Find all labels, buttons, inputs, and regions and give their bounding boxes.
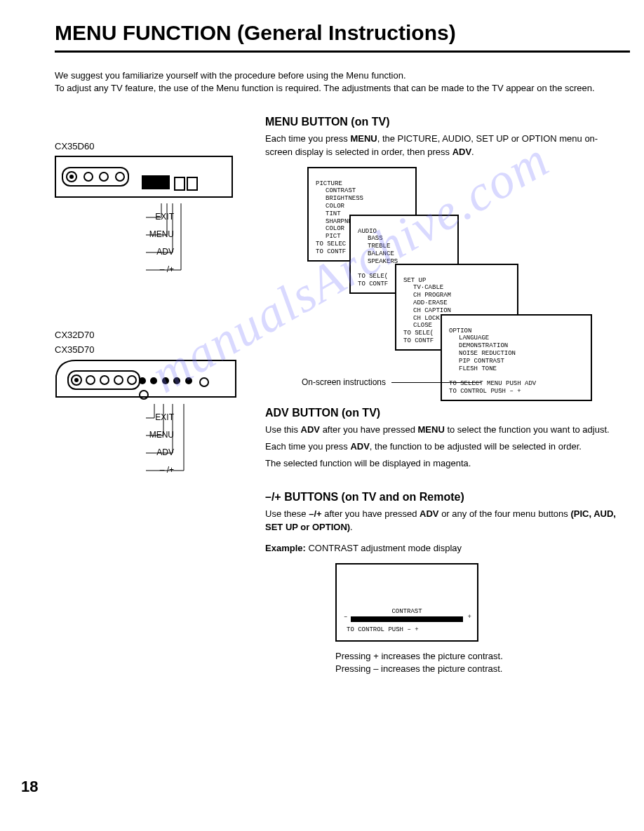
para-adv-2: Each time you press ADV, the function to… bbox=[265, 440, 623, 453]
contrast-display: CONTRAST – + TO CONTROL PUSH – + bbox=[335, 563, 478, 642]
title-rule bbox=[55, 50, 630, 53]
av-ring-icon bbox=[127, 375, 137, 385]
contrast-bar bbox=[351, 616, 463, 622]
av-ring-icon bbox=[115, 172, 125, 182]
para-pm-1: Use these –/+ after you have pressed ADV… bbox=[265, 508, 623, 533]
label-menu: MENU bbox=[149, 229, 174, 239]
leader-lines-b bbox=[55, 404, 230, 488]
panel-buttons-b bbox=[139, 377, 223, 394]
contrast-label: CONTRAST bbox=[391, 608, 422, 615]
contrast-after: Pressing + increases the picture contras… bbox=[335, 650, 623, 675]
label-adv: ADV bbox=[156, 247, 174, 257]
av-ring-icon bbox=[114, 375, 123, 385]
label-exit: EXIT bbox=[155, 412, 174, 422]
onscreen-label: On-screen instructions bbox=[302, 377, 386, 387]
tv-panel-b bbox=[55, 359, 230, 398]
intro-line2: To adjust any TV feature, the use of the… bbox=[55, 83, 595, 93]
menu-option: OPTION LANGUAGE DEMONSTRATION NOISE REDU… bbox=[441, 314, 592, 401]
para-menu-button: Each time you press MENU, the PICTURE, A… bbox=[265, 133, 623, 158]
right-column: MENU BUTTON (on TV) Each time you press … bbox=[265, 116, 623, 675]
model-label-b2: CX35D70 bbox=[55, 344, 251, 355]
contrast-foot: TO CONTROL PUSH – + bbox=[347, 626, 419, 633]
left-column: CX35D60 bbox=[55, 116, 251, 675]
page-number: 18 bbox=[21, 778, 38, 796]
cascading-menus: PICTURE CONTRAST BRIGHTNESS COLOR TINT S… bbox=[307, 167, 623, 398]
para-pm-example: Example: CONTRAST adjustment mode displa… bbox=[265, 542, 623, 555]
svideo-icon bbox=[66, 171, 77, 182]
av-ring-icon bbox=[99, 172, 109, 182]
intro-line1: We suggest you familiarize yourself with… bbox=[55, 70, 406, 81]
label-exit: EXIT bbox=[155, 212, 174, 222]
label-menu: MENU bbox=[149, 430, 174, 440]
tv-panel-a bbox=[55, 156, 233, 198]
jackplate-b bbox=[67, 370, 140, 390]
heading-pm-buttons: –/+ BUTTONS (on TV and on Remote) bbox=[265, 491, 623, 504]
panel-labels-a: EXIT MENU ADV – /+ bbox=[55, 203, 230, 295]
leader-lines-a bbox=[55, 203, 230, 288]
svideo-icon bbox=[71, 374, 82, 386]
av-ring-icon bbox=[86, 375, 95, 385]
model-label-b1: CX32D70 bbox=[55, 330, 251, 340]
heading-adv-button: ADV BUTTON (on TV) bbox=[265, 407, 623, 419]
plus-icon: + bbox=[468, 614, 471, 621]
panel-labels-b: EXIT MENU ADV – /+ bbox=[55, 404, 230, 495]
onscreen-leader-line bbox=[391, 382, 481, 383]
label-adv: ADV bbox=[156, 447, 174, 457]
para-adv-3: The selected function will be displayed … bbox=[265, 457, 623, 470]
label-pm: – /+ bbox=[160, 465, 174, 475]
intro-paragraph: We suggest you familiarize yourself with… bbox=[55, 69, 602, 95]
heading-menu-button: MENU BUTTON (on TV) bbox=[265, 116, 623, 128]
para-adv-1: Use this ADV after you have pressed MENU… bbox=[265, 424, 623, 436]
contrast-after-1: Pressing + increases the picture contras… bbox=[335, 651, 503, 661]
minus-icon: – bbox=[344, 614, 347, 621]
contrast-after-2: Pressing – increases the picture contras… bbox=[335, 663, 502, 674]
page: manualsArchive.com MENU FUNCTION (Genera… bbox=[0, 0, 644, 831]
panel-buttons-a bbox=[142, 175, 226, 192]
page-title: MENU FUNCTION (General Instructions) bbox=[55, 21, 623, 45]
av-ring-icon bbox=[100, 375, 109, 385]
jackplate-a bbox=[62, 167, 129, 187]
av-ring-icon bbox=[83, 172, 93, 182]
model-label-a: CX35D60 bbox=[55, 141, 251, 151]
label-pm: – /+ bbox=[160, 264, 174, 274]
